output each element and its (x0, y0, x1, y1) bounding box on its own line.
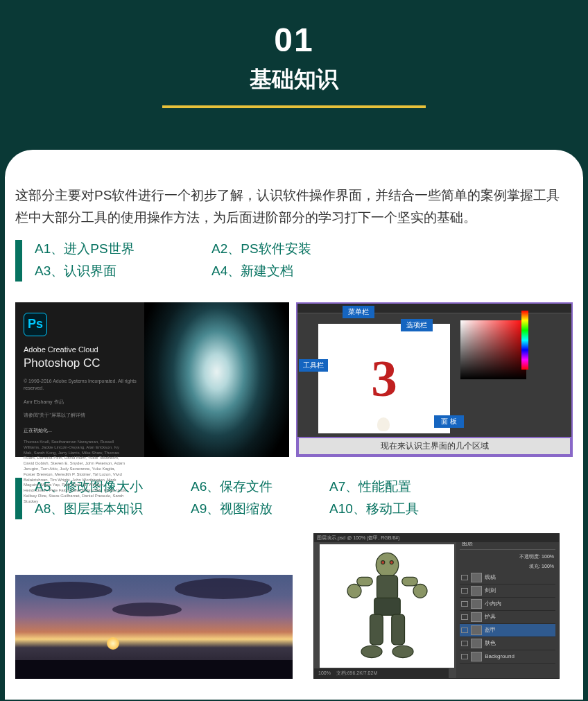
ps-menubar (297, 304, 571, 313)
visibility-icon (461, 588, 468, 594)
layers-panel: 图层 不透明度: 100% 填充: 100% 线稿剑刺小内内护具盔甲肤色Back… (456, 534, 559, 678)
layer-row: Background (460, 650, 555, 664)
splash-copyright: © 1990-2016 Adobe Systems Incorporated. … (24, 378, 144, 392)
layer-name: Background (485, 653, 514, 659)
svg-point-12 (390, 561, 393, 564)
layer-name: 线稿 (485, 573, 496, 581)
topic-item: A1、进入PS世界 (35, 240, 191, 259)
sunset-photo (15, 575, 293, 679)
visibility-icon (461, 641, 468, 646)
cloud (112, 603, 182, 616)
layer-name: 肤色 (485, 639, 496, 647)
topic-item: A6、保存文件 (191, 478, 309, 497)
title-underline (162, 105, 426, 108)
topic-group-1: A1、进入PS世界 A2、PS软件安装 A3、认识界面 A4、新建文档 (15, 240, 573, 282)
layer-name: 护具 (485, 613, 496, 621)
options-label: 选项栏 (401, 319, 433, 331)
svg-rect-8 (391, 614, 404, 645)
hue-slider (521, 311, 528, 370)
ogre-artwork (344, 548, 431, 663)
cloud (29, 582, 112, 599)
menu-label: 菜单栏 (343, 306, 374, 318)
visibility-icon (461, 575, 468, 580)
layer-row: 小内内 (460, 598, 555, 611)
layer-row: 肤色 (460, 637, 555, 650)
ps-canvas: 3 (318, 324, 450, 433)
svg-point-10 (392, 646, 413, 658)
photoshop-splash-screenshot: Ps Adobe Creative Cloud Photoshop CC © 1… (15, 302, 289, 457)
layer-thumb (471, 573, 482, 582)
splash-product: Photoshop CC (24, 356, 144, 371)
layer-row: 线稿 (460, 571, 555, 585)
fill-label: 填充: 100% (460, 562, 555, 571)
splash-brand: Adobe Creative Cloud (24, 345, 144, 354)
accent-bar (15, 240, 22, 282)
image-row-1: Ps Adobe Creative Cloud Photoshop CC © 1… (15, 302, 573, 457)
section-title: 基础知识 (0, 64, 588, 95)
svg-rect-7 (370, 614, 383, 645)
tools-label: 工具栏 (299, 359, 328, 372)
layer-name: 剑刺 (485, 587, 496, 594)
photoshop-interface-screenshot: 菜单栏 选项栏 工具栏 3 面 板 现在来认识主界面的几个区域 (296, 302, 573, 457)
doc-title: 图层演示.psd @ 100% (盔甲, RGB/8#) (314, 534, 559, 542)
content-card: 这部分主要对PS软件进行一个初步了解，认识软件操作界面，并结合一些简单的案例掌握… (5, 150, 583, 700)
color-picker (460, 320, 526, 379)
photoshop-layers-screenshot: 图层演示.psd @ 100% (盔甲, RGB/8#) 图层 不透明度: 10… (313, 533, 560, 679)
visibility-icon (461, 601, 468, 607)
owl-icon (377, 417, 390, 431)
topic-item: A3、认识界面 (35, 262, 191, 282)
layer-row: 护具 (460, 611, 555, 624)
visibility-icon (461, 654, 468, 659)
layer-row: 剑刺 (460, 585, 555, 598)
svg-point-9 (361, 646, 382, 658)
skyline (15, 648, 293, 679)
svg-rect-2 (356, 577, 372, 586)
topic-item: A7、性能配置 (329, 478, 454, 497)
topic-item: A10、移动工具 (329, 500, 454, 519)
splash-author: Amr Elshamy 作品 (24, 399, 144, 406)
splash-reading: 请参阅"关于"屏幕以了解详情 (24, 412, 144, 419)
layer-thumb (471, 599, 482, 609)
opacity-label: 不透明度: 100% (460, 552, 555, 562)
topic-item: A9、视图缩放 (191, 500, 309, 519)
svg-point-11 (381, 561, 384, 564)
doc-info: 文档:696.2K/7.02M (336, 670, 378, 675)
section-number: 01 (0, 21, 588, 59)
description: 这部分主要对PS软件进行一个初步了解，认识软件操作界面，并结合一些简单的案例掌握… (15, 184, 573, 230)
layer-name: 盔甲 (485, 626, 496, 634)
layer-canvas (320, 544, 454, 668)
ps-toolbar (297, 313, 315, 437)
topic-item: A2、PS软件安装 (211, 240, 368, 259)
svg-rect-1 (377, 575, 397, 600)
ps-panels (453, 313, 571, 437)
section-header: 01 基础知识 (0, 0, 588, 122)
panel-label: 面 板 (434, 415, 464, 428)
ps-footer-caption: 现在来认识主界面的几个区域 (297, 437, 571, 456)
layer-thumb (471, 639, 482, 648)
layer-row: 盔甲 (460, 624, 555, 637)
image-row-2: 图层演示.psd @ 100% (盔甲, RGB/8#) 图层 不透明度: 10… (15, 533, 573, 679)
canvas-number: 3 (371, 349, 397, 408)
splash-credits: Thomas Knoll, Seetharaman Narayanan, Rus… (24, 440, 128, 505)
cloud (175, 578, 272, 599)
splash-artwork (144, 302, 289, 457)
layer-thumb (471, 586, 482, 596)
layer-name: 小内内 (485, 600, 501, 607)
ps-logo-icon: Ps (24, 313, 47, 336)
svg-point-5 (413, 584, 427, 598)
splash-init: 正在初始化... (24, 427, 144, 434)
svg-rect-6 (374, 598, 400, 615)
visibility-icon (461, 614, 468, 620)
visibility-icon (461, 628, 468, 633)
layer-thumb (471, 612, 482, 622)
accent-bar (15, 478, 22, 519)
layer-thumb (471, 652, 482, 661)
zoom-level: 100% (318, 670, 331, 675)
topic-item: A4、新建文档 (211, 262, 368, 282)
layer-thumb (471, 625, 482, 635)
svg-point-4 (347, 584, 361, 598)
svg-point-0 (376, 553, 399, 577)
layer-footer: 100% 文档:696.2K/7.02M (314, 668, 449, 678)
svg-rect-3 (401, 577, 417, 586)
